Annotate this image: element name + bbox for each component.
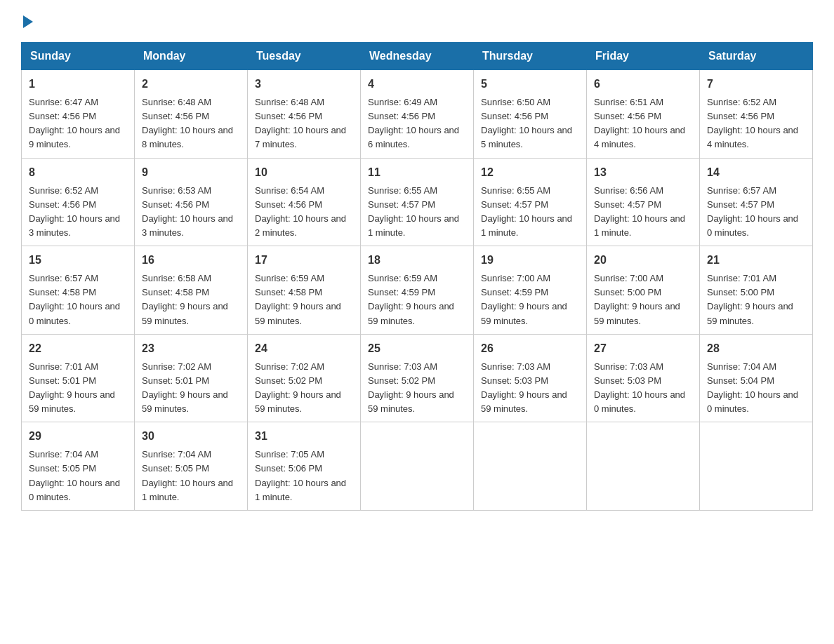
day-number: 11 [368, 164, 466, 181]
calendar-cell: 10 Sunrise: 6:54 AM Sunset: 4:56 PM Dayl… [248, 158, 361, 246]
calendar-cell: 8 Sunrise: 6:52 AM Sunset: 4:56 PM Dayli… [22, 158, 135, 246]
day-number: 22 [29, 340, 127, 357]
day-number: 7 [707, 76, 805, 93]
day-info: Sunrise: 7:00 AM Sunset: 4:59 PM Dayligh… [481, 271, 579, 328]
day-number: 13 [594, 164, 692, 181]
calendar-cell: 24 Sunrise: 7:02 AM Sunset: 5:02 PM Dayl… [248, 334, 361, 422]
day-info: Sunrise: 7:04 AM Sunset: 5:05 PM Dayligh… [29, 448, 127, 504]
day-number: 5 [481, 76, 579, 93]
logo-arrow-icon [23, 15, 33, 28]
calendar-cell: 19 Sunrise: 7:00 AM Sunset: 4:59 PM Dayl… [474, 246, 587, 335]
day-number: 26 [481, 340, 579, 357]
calendar-cell: 21 Sunrise: 7:01 AM Sunset: 5:00 PM Dayl… [700, 246, 813, 335]
day-info: Sunrise: 6:52 AM Sunset: 4:56 PM Dayligh… [707, 95, 805, 152]
calendar-cell: 22 Sunrise: 7:01 AM Sunset: 5:01 PM Dayl… [22, 334, 135, 422]
calendar-cell: 25 Sunrise: 7:03 AM Sunset: 5:02 PM Dayl… [361, 334, 474, 422]
calendar-day-header: Monday [135, 43, 248, 70]
calendar-cell: 3 Sunrise: 6:48 AM Sunset: 4:56 PM Dayli… [248, 70, 361, 159]
day-info: Sunrise: 6:59 AM Sunset: 4:58 PM Dayligh… [255, 271, 353, 328]
calendar-cell [474, 422, 587, 511]
day-info: Sunrise: 6:56 AM Sunset: 4:57 PM Dayligh… [594, 184, 692, 241]
calendar-table: SundayMondayTuesdayWednesdayThursdayFrid… [21, 42, 813, 511]
calendar-cell: 16 Sunrise: 6:58 AM Sunset: 4:58 PM Dayl… [135, 246, 248, 335]
calendar-week-row: 29 Sunrise: 7:04 AM Sunset: 5:05 PM Dayl… [22, 422, 813, 511]
day-info: Sunrise: 7:02 AM Sunset: 5:01 PM Dayligh… [142, 360, 240, 417]
day-info: Sunrise: 6:54 AM Sunset: 4:56 PM Dayligh… [255, 184, 353, 241]
calendar-cell: 11 Sunrise: 6:55 AM Sunset: 4:57 PM Dayl… [361, 158, 474, 246]
day-number: 19 [481, 252, 579, 269]
day-number: 8 [29, 164, 127, 181]
day-info: Sunrise: 7:02 AM Sunset: 5:02 PM Dayligh… [255, 360, 353, 417]
calendar-cell: 20 Sunrise: 7:00 AM Sunset: 5:00 PM Dayl… [587, 246, 700, 335]
calendar-cell: 2 Sunrise: 6:48 AM Sunset: 4:56 PM Dayli… [135, 70, 248, 159]
calendar-cell: 29 Sunrise: 7:04 AM Sunset: 5:05 PM Dayl… [22, 422, 135, 511]
day-number: 28 [707, 340, 805, 357]
calendar-cell: 23 Sunrise: 7:02 AM Sunset: 5:01 PM Dayl… [135, 334, 248, 422]
day-number: 27 [594, 340, 692, 357]
calendar-cell: 26 Sunrise: 7:03 AM Sunset: 5:03 PM Dayl… [474, 334, 587, 422]
day-number: 3 [255, 76, 353, 93]
day-number: 30 [142, 428, 240, 445]
day-info: Sunrise: 7:04 AM Sunset: 5:05 PM Dayligh… [142, 448, 240, 504]
calendar-day-header: Tuesday [248, 43, 361, 70]
calendar-cell: 27 Sunrise: 7:03 AM Sunset: 5:03 PM Dayl… [587, 334, 700, 422]
day-number: 12 [481, 164, 579, 181]
day-info: Sunrise: 6:55 AM Sunset: 4:57 PM Dayligh… [481, 184, 579, 241]
day-info: Sunrise: 7:01 AM Sunset: 5:01 PM Dayligh… [29, 360, 127, 417]
day-info: Sunrise: 7:01 AM Sunset: 5:00 PM Dayligh… [707, 271, 805, 328]
calendar-cell: 28 Sunrise: 7:04 AM Sunset: 5:04 PM Dayl… [700, 334, 813, 422]
calendar-cell: 5 Sunrise: 6:50 AM Sunset: 4:56 PM Dayli… [474, 70, 587, 159]
calendar-cell: 9 Sunrise: 6:53 AM Sunset: 4:56 PM Dayli… [135, 158, 248, 246]
day-info: Sunrise: 6:57 AM Sunset: 4:57 PM Dayligh… [707, 184, 805, 241]
day-number: 15 [29, 252, 127, 269]
day-number: 20 [594, 252, 692, 269]
day-info: Sunrise: 6:53 AM Sunset: 4:56 PM Dayligh… [142, 184, 240, 241]
page-header [21, 14, 813, 28]
calendar-cell: 4 Sunrise: 6:49 AM Sunset: 4:56 PM Dayli… [361, 70, 474, 159]
day-number: 24 [255, 340, 353, 357]
calendar-cell: 1 Sunrise: 6:47 AM Sunset: 4:56 PM Dayli… [22, 70, 135, 159]
calendar-week-row: 22 Sunrise: 7:01 AM Sunset: 5:01 PM Dayl… [22, 334, 813, 422]
day-info: Sunrise: 6:48 AM Sunset: 4:56 PM Dayligh… [255, 95, 353, 152]
day-info: Sunrise: 6:55 AM Sunset: 4:57 PM Dayligh… [368, 184, 466, 241]
day-number: 21 [707, 252, 805, 269]
calendar-cell [587, 422, 700, 511]
day-number: 1 [29, 76, 127, 93]
calendar-cell: 14 Sunrise: 6:57 AM Sunset: 4:57 PM Dayl… [700, 158, 813, 246]
day-number: 18 [368, 252, 466, 269]
calendar-cell: 30 Sunrise: 7:04 AM Sunset: 5:05 PM Dayl… [135, 422, 248, 511]
day-info: Sunrise: 7:04 AM Sunset: 5:04 PM Dayligh… [707, 360, 805, 417]
day-number: 23 [142, 340, 240, 357]
day-number: 17 [255, 252, 353, 269]
day-number: 10 [255, 164, 353, 181]
calendar-header-row: SundayMondayTuesdayWednesdayThursdayFrid… [22, 43, 813, 70]
day-number: 6 [594, 76, 692, 93]
day-number: 9 [142, 164, 240, 181]
calendar-cell: 6 Sunrise: 6:51 AM Sunset: 4:56 PM Dayli… [587, 70, 700, 159]
calendar-cell [361, 422, 474, 511]
calendar-cell: 15 Sunrise: 6:57 AM Sunset: 4:58 PM Dayl… [22, 246, 135, 335]
day-info: Sunrise: 6:50 AM Sunset: 4:56 PM Dayligh… [481, 95, 579, 152]
calendar-cell: 12 Sunrise: 6:55 AM Sunset: 4:57 PM Dayl… [474, 158, 587, 246]
day-info: Sunrise: 6:58 AM Sunset: 4:58 PM Dayligh… [142, 271, 240, 328]
calendar-cell: 7 Sunrise: 6:52 AM Sunset: 4:56 PM Dayli… [700, 70, 813, 159]
day-info: Sunrise: 6:49 AM Sunset: 4:56 PM Dayligh… [368, 95, 466, 152]
calendar-cell: 18 Sunrise: 6:59 AM Sunset: 4:59 PM Dayl… [361, 246, 474, 335]
day-number: 31 [255, 428, 353, 445]
calendar-day-header: Sunday [22, 43, 135, 70]
day-info: Sunrise: 7:03 AM Sunset: 5:03 PM Dayligh… [481, 360, 579, 417]
day-number: 25 [368, 340, 466, 357]
calendar-week-row: 8 Sunrise: 6:52 AM Sunset: 4:56 PM Dayli… [22, 158, 813, 246]
day-number: 4 [368, 76, 466, 93]
calendar-day-header: Thursday [474, 43, 587, 70]
calendar-cell: 17 Sunrise: 6:59 AM Sunset: 4:58 PM Dayl… [248, 246, 361, 335]
calendar-cell: 13 Sunrise: 6:56 AM Sunset: 4:57 PM Dayl… [587, 158, 700, 246]
day-info: Sunrise: 7:05 AM Sunset: 5:06 PM Dayligh… [255, 448, 353, 504]
logo [21, 14, 33, 28]
day-info: Sunrise: 7:03 AM Sunset: 5:02 PM Dayligh… [368, 360, 466, 417]
day-info: Sunrise: 6:47 AM Sunset: 4:56 PM Dayligh… [29, 95, 127, 152]
day-number: 29 [29, 428, 127, 445]
calendar-cell [700, 422, 813, 511]
day-number: 2 [142, 76, 240, 93]
day-info: Sunrise: 6:59 AM Sunset: 4:59 PM Dayligh… [368, 271, 466, 328]
